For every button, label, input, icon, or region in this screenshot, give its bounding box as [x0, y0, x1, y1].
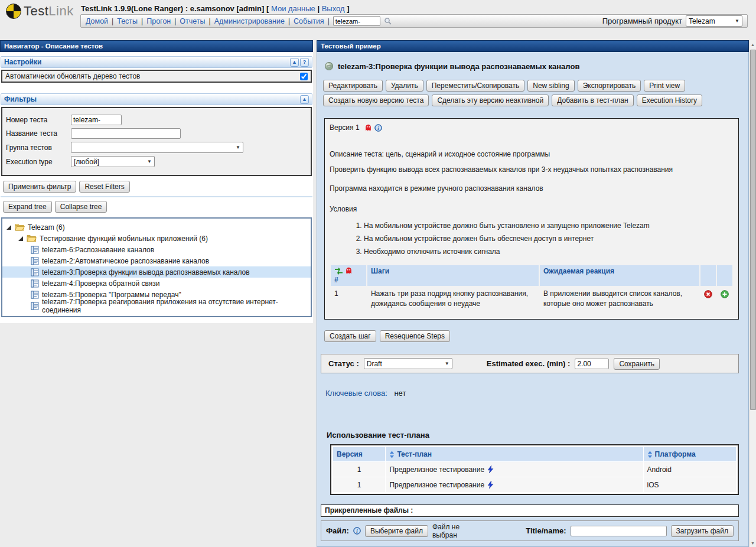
search-icon[interactable]: [384, 17, 392, 25]
add-step-icon[interactable]: [721, 290, 729, 298]
testplan-usage-table: Версия Тест-план Платформа: [330, 444, 739, 495]
logout-link[interactable]: Выход: [322, 4, 345, 13]
product-select[interactable]: Telezam ▼: [686, 15, 742, 27]
info-icon[interactable]: i: [353, 527, 361, 535]
app-title-bracket: ]: [347, 4, 349, 13]
resequence-icon[interactable]: [334, 268, 343, 275]
usage-plan: Предрелизное тестирование: [386, 477, 643, 492]
delete-step-icon[interactable]: [704, 290, 712, 298]
tree-node-testcase[interactable]: telezam-6:Распознавание каналов: [2, 244, 311, 255]
my-data-link[interactable]: Мои данные: [271, 4, 315, 13]
folder-icon: [27, 235, 37, 242]
tree-node-testcase[interactable]: telezam-7:Проверка реагирования приложен…: [2, 300, 311, 311]
tree-expander-icon[interactable]: [18, 236, 23, 241]
step-expected-text: В приложении выводится список каналов, к…: [540, 287, 699, 311]
summary-line1: Проверить функцию вывода всех распознава…: [330, 165, 734, 174]
execution-history-button[interactable]: Execution History: [637, 95, 702, 106]
tree-expander-icon[interactable]: [6, 225, 11, 230]
expand-tree-button[interactable]: Expand tree: [3, 201, 52, 213]
usage-col-platform-header[interactable]: Платформа: [644, 447, 736, 461]
filter-testsuite-select[interactable]: ▼: [71, 142, 243, 153]
collapse-tree-button[interactable]: Collapse tree: [55, 201, 107, 213]
filters-title: Фильтры: [4, 95, 37, 103]
version-label: Версия 1: [330, 123, 360, 132]
ghost-icon[interactable]: [345, 267, 353, 275]
preconditions-heading: Условия: [330, 205, 734, 213]
settings-help-button[interactable]: ?: [300, 58, 309, 67]
new-sibling-button[interactable]: New sibling: [527, 80, 574, 92]
step-row: 1 Нажать три раза подряд кнопку распозна…: [331, 287, 732, 311]
navigator-panel-body: Настройки ▲ ? Автоматически обновлять де…: [0, 52, 313, 323]
execute-bolt-icon[interactable]: [487, 481, 494, 489]
add-to-testplan-button[interactable]: Добавить в тест-план: [552, 95, 633, 106]
file-title-input[interactable]: [571, 526, 667, 536]
apply-filter-button[interactable]: Применить фильтр: [3, 181, 76, 193]
new-version-button[interactable]: Создать новую версию теста: [323, 95, 429, 106]
settings-collapse-button[interactable]: ▲: [290, 58, 299, 67]
step-actions-text: Нажать три раза подряд кнопку распознава…: [367, 287, 539, 311]
resequence-steps-button[interactable]: Resequence Steps: [380, 330, 450, 342]
main-navbar: Домой| Тесты| Прогон| Отчеты| Администри…: [80, 14, 748, 28]
filters-collapse-button[interactable]: ▲: [300, 95, 309, 104]
usage-row: 1 Предрелизное тестирование Android: [333, 462, 736, 477]
app-title: TestLink 1.9.9(Lone Ranger) : e.samsonov…: [81, 4, 350, 13]
move-copy-button[interactable]: Переместить/Скопировать: [426, 80, 525, 92]
auto-update-checkbox[interactable]: [300, 73, 308, 80]
search-input[interactable]: [333, 16, 380, 26]
tree-node-root[interactable]: Telezam (6): [2, 222, 311, 233]
file-title-label: Title/name:: [526, 526, 566, 535]
step-number: 1: [331, 287, 366, 311]
print-view-button[interactable]: Print view: [644, 80, 685, 92]
edit-button[interactable]: Редактировать: [323, 80, 383, 92]
filter-testsuite-label: Группа тестов: [6, 144, 71, 152]
nav-administration[interactable]: Администрирование: [214, 17, 285, 25]
nav-events[interactable]: События: [294, 17, 324, 25]
tree-node-testcase[interactable]: telezam-2:Автоматическое распознавание к…: [2, 255, 311, 266]
file-label: Файл:: [326, 526, 349, 535]
testlink-logo: TestLink: [6, 4, 74, 19]
export-button[interactable]: Экспортировать: [578, 80, 641, 92]
tree-node-suite[interactable]: Тестирование функций мобильных приложени…: [2, 233, 311, 244]
deactivate-version-button[interactable]: Сделать эту версию неактивной: [432, 95, 549, 106]
sort-icon[interactable]: [389, 451, 395, 458]
ghost-icon[interactable]: [364, 124, 372, 132]
scrollbar-thumb[interactable]: [750, 50, 756, 410]
status-select[interactable]: Draft ▼: [364, 358, 452, 369]
tree-node-testcase[interactable]: telezam-4:Проверка обратной связи: [2, 278, 311, 289]
summary-line2: Программа находится в режиме ручного рас…: [330, 184, 734, 193]
filter-testcase-id-input[interactable]: [71, 115, 122, 125]
create-step-button[interactable]: Создать шаг: [324, 330, 376, 342]
testcase-icon: [31, 257, 39, 265]
filter-execution-type-select[interactable]: [любой] ▼: [71, 156, 155, 167]
choose-file-button[interactable]: Выберите файл: [365, 525, 428, 537]
sort-icon[interactable]: [647, 451, 653, 458]
status-label: Статус :: [328, 359, 359, 368]
tree-node-testcase-selected[interactable]: telezam-3:Проверка функции вывода распоз…: [2, 266, 311, 278]
info-icon[interactable]: i: [374, 124, 382, 132]
precondition-item: На мобильном устройстве должно быть уста…: [364, 219, 734, 232]
filter-testcase-name-input[interactable]: [71, 128, 181, 139]
nav-tests[interactable]: Тесты: [117, 17, 138, 25]
left-divider: [1, 196, 312, 197]
upload-file-button[interactable]: Загрузить файл: [671, 525, 734, 537]
usage-col-version-header[interactable]: Версия: [333, 447, 385, 461]
vertical-scrollbar[interactable]: ▲ ▼: [749, 40, 756, 547]
test-tree: Telezam (6) Тестирование функций мобильн…: [1, 217, 312, 317]
usage-col-plan-header[interactable]: Тест-план: [386, 447, 643, 461]
nav-execution[interactable]: Прогон: [146, 17, 171, 25]
filter-testcase-id-label: Номер теста: [6, 116, 71, 124]
scroll-down-icon[interactable]: ▼: [750, 539, 756, 547]
usage-plan: Предрелизное тестирование: [386, 462, 643, 477]
nav-home[interactable]: Домой: [86, 17, 108, 25]
scroll-up-icon[interactable]: ▲: [750, 40, 756, 48]
execute-bolt-icon[interactable]: [487, 465, 494, 473]
reset-filters-button[interactable]: Reset Filters: [79, 181, 129, 193]
save-button[interactable]: Сохранить: [614, 358, 660, 370]
attachment-upload-row: Файл: i Выберите файл Файл не выбран Tit…: [321, 520, 739, 541]
filter-testcase-name-label: Название теста: [6, 129, 71, 138]
nav-reports[interactable]: Отчеты: [180, 17, 205, 25]
estimated-exec-input[interactable]: [575, 359, 609, 369]
delete-button[interactable]: Удалить: [386, 80, 423, 92]
testcase-icon: [31, 279, 39, 288]
attachments-title: Прикрепленные файлы :: [321, 504, 739, 517]
